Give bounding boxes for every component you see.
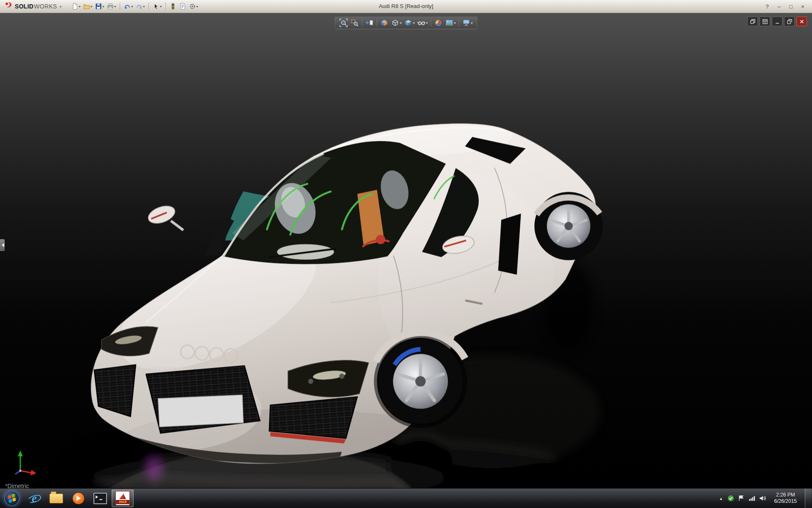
cascade-windows-button[interactable] [747,17,758,26]
dropdown-caret-icon[interactable]: ▾ [102,5,104,8]
zoom-to-area-button[interactable] [349,18,359,28]
dropdown-caret-icon[interactable]: ▾ [413,21,414,25]
brand-text-light: WORKS [34,3,57,10]
dropdown-caret-icon[interactable]: ▾ [131,5,133,8]
dropdown-caret-icon[interactable]: ▾ [79,5,80,8]
tile-windows-icon [763,19,768,24]
internet-explorer-icon: e [27,491,41,505]
heads-up-view-toolbar: ▾ ▾ ▾ ▾ ▾ [335,17,477,29]
command-prompt-icon [93,493,107,504]
car-model-audi-r8[interactable] [0,13,812,489]
clock-time: 2:26 PM [776,492,795,498]
help-button[interactable]: ? [762,2,772,11]
graphics-area[interactable]: ▾ ▾ ▾ ▾ ▾ [0,13,812,489]
zoom-to-fit-button[interactable] [338,18,348,28]
new-document-button[interactable]: ▾ [70,2,82,11]
options-button[interactable]: ▾ [188,2,199,11]
close-button[interactable]: × [798,2,808,11]
minimize-document-button[interactable] [772,17,782,26]
view-settings-button[interactable]: ▾ [461,18,474,28]
close-document-button[interactable] [796,17,807,26]
document-window-controls [747,17,807,26]
hide-show-items-button[interactable]: ▾ [416,18,428,28]
open-icon [83,3,90,10]
maximize-button[interactable]: □ [786,2,796,11]
dropdown-caret-icon[interactable]: ▾ [196,5,198,8]
minimize-document-icon [775,19,780,24]
cascade-windows-icon [750,19,755,24]
network-icon[interactable] [749,495,755,502]
reference-triad-icon [11,446,39,478]
redo-button[interactable]: ▾ [134,2,146,11]
solidworks-app-icon: 2015 [115,491,130,505]
toolbar-separator [362,19,362,27]
toolbar-separator [148,3,149,10]
restore-document-icon [787,19,792,24]
display-style-button[interactable]: ▾ [403,18,415,28]
folder-icon [49,494,63,503]
dropdown-caret-icon[interactable]: ▾ [400,21,401,25]
zoom-to-area-icon [350,19,359,27]
dropdown-caret-icon[interactable]: ▾ [160,5,162,8]
edit-appearance-button[interactable] [433,18,444,28]
windows-explorer-button[interactable] [46,490,67,507]
restore-document-button[interactable] [784,17,795,26]
brand-expand-icon[interactable]: ▸ [60,4,62,8]
apply-scene-icon [445,19,454,27]
file-properties-icon [179,3,186,10]
command-prompt-button[interactable] [90,490,111,507]
view-orientation-button[interactable]: ▾ [390,18,402,28]
save-button[interactable]: ▾ [94,2,105,11]
toolbar-separator [431,19,431,27]
redo-icon [136,3,143,10]
toolbar-separator [165,3,166,10]
tile-windows-button[interactable] [760,17,770,26]
select-button[interactable]: ▾ [151,2,163,11]
media-player-button[interactable] [68,490,89,507]
brand-text-bold: SOLID [15,3,33,10]
title-bar: SOLID WORKS ▸ ▾ ▾ ▾ ▾ ▾ ▾ [0,0,812,13]
dropdown-caret-icon[interactable]: ▾ [91,5,92,8]
view-orientation-icon [391,19,399,27]
rebuild-button[interactable] [168,2,178,11]
taskbar-clock[interactable]: 2:26 PM 6/26/2015 [770,492,801,505]
print-icon [107,3,114,10]
hide-show-items-icon [417,19,425,27]
file-properties-button[interactable] [178,2,187,11]
undo-icon [124,3,131,10]
solidworks-window: { "titlebar": { "brand": { "bold": "SOLI… [0,0,812,508]
internet-explorer-button[interactable]: e [24,490,45,507]
security-status-icon[interactable] [727,495,734,502]
solidworks-taskbar-button[interactable]: 2015 [112,489,134,507]
edit-appearance-icon [434,19,443,27]
toolbar-separator [459,19,459,27]
select-cursor-icon [153,3,159,10]
start-button[interactable] [0,489,24,508]
show-hidden-icons-button[interactable]: ▴ [719,496,724,501]
show-desktop-button[interactable] [805,489,811,508]
section-view-icon [380,19,388,27]
windows-start-icon [4,490,20,506]
solidworks-logo-icon [4,1,13,11]
dropdown-caret-icon[interactable]: ▾ [426,21,428,25]
dropdown-caret-icon[interactable]: ▾ [471,21,473,25]
undo-button[interactable]: ▾ [123,2,134,11]
system-tray: ▴ 2:26 PM 6/26/2015 [719,489,812,508]
dropdown-caret-icon[interactable]: ▾ [454,21,456,25]
minimize-button[interactable]: – [774,2,784,11]
dropdown-caret-icon[interactable]: ▾ [143,5,145,8]
panel-splitter-handle[interactable] [0,239,5,251]
print-button[interactable]: ▾ [106,2,117,11]
apply-scene-button[interactable]: ▾ [444,18,457,28]
view-orientation-label: *Dimetric [5,483,29,489]
open-button[interactable]: ▾ [82,2,93,11]
dropdown-caret-icon[interactable]: ▾ [114,5,116,8]
volume-icon[interactable] [759,495,766,502]
display-style-icon [404,19,412,27]
toolbar-separator [376,19,377,27]
section-view-button[interactable] [379,18,389,28]
view-settings-icon [462,19,471,27]
previous-view-button[interactable] [364,18,374,28]
window-controls: ? – □ × [762,2,812,11]
action-center-icon[interactable] [738,495,745,502]
